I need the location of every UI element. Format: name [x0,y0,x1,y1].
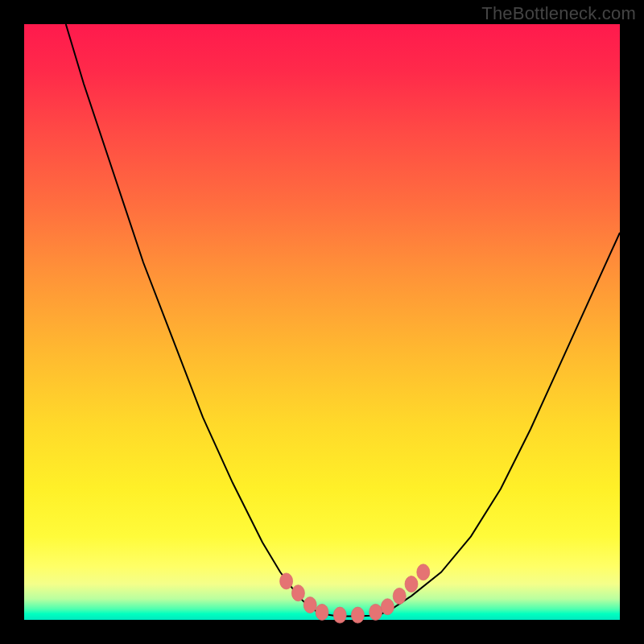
bottleneck-marker [291,585,304,601]
bottleneck-marker [280,573,293,589]
bottleneck-marker [405,576,418,592]
right-curve [382,233,620,614]
bottleneck-marker [333,607,346,623]
bottleneck-marker [303,597,316,613]
chart-frame: TheBottleneck.com [0,0,644,644]
curve-group [66,24,620,617]
plot-area [24,24,620,620]
left-curve [66,24,322,614]
bottleneck-marker [351,607,364,623]
bottleneck-marker [393,588,406,604]
bottleneck-marker [381,599,394,615]
bottleneck-marker [369,604,382,620]
bottleneck-marker [316,604,328,620]
watermark-text: TheBottleneck.com [481,3,636,24]
bottleneck-marker [417,564,430,580]
marker-group [280,564,430,623]
curves-svg [24,24,620,620]
